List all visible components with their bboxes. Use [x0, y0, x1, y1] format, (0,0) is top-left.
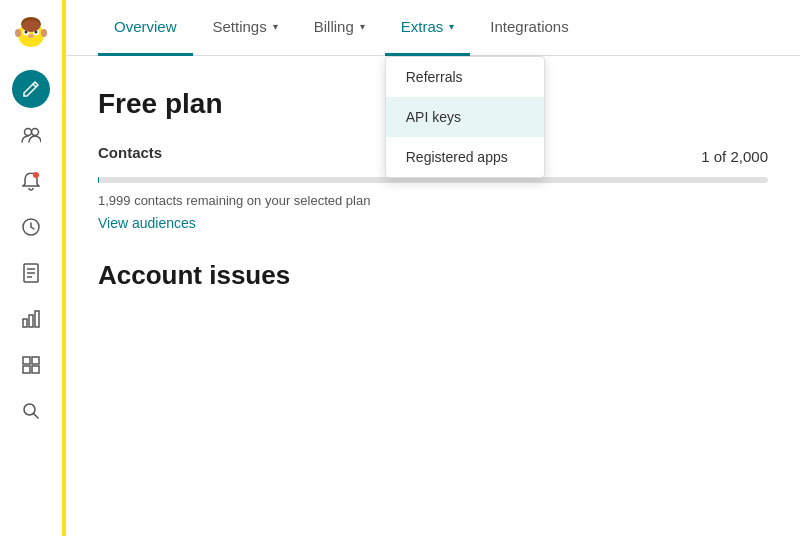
nav-item-extras[interactable]: Extras ▾ — [385, 0, 471, 56]
svg-point-10 — [22, 20, 40, 32]
notifications-icon — [22, 171, 40, 191]
svg-point-11 — [25, 129, 32, 136]
referrals-label: Referrals — [406, 69, 463, 85]
nav-settings-label: Settings — [213, 18, 267, 35]
svg-rect-24 — [23, 366, 30, 373]
sidebar-item-search[interactable] — [12, 392, 50, 430]
automations-icon — [21, 217, 41, 237]
billing-chevron-icon: ▾ — [360, 21, 365, 32]
main-area: Overview Settings ▾ Billing ▾ Extras ▾ R… — [66, 0, 800, 536]
remaining-text: 1,999 contacts remaining on your selecte… — [98, 193, 768, 208]
nav-billing-container: Billing ▾ — [298, 0, 381, 55]
dropdown-item-referrals[interactable]: Referrals — [386, 57, 544, 97]
extras-dropdown-menu: Referrals API keys Registered apps — [385, 56, 545, 178]
sidebar-item-reports[interactable] — [12, 300, 50, 338]
sidebar-item-edit[interactable] — [12, 70, 50, 108]
dropdown-item-registered-apps[interactable]: Registered apps — [386, 137, 544, 177]
sidebar-item-automations[interactable] — [12, 208, 50, 246]
svg-point-12 — [32, 129, 39, 136]
top-nav: Overview Settings ▾ Billing ▾ Extras ▾ R… — [66, 0, 800, 56]
svg-rect-19 — [23, 319, 27, 327]
contacts-label: Contacts — [98, 144, 162, 161]
extras-chevron-icon: ▾ — [449, 21, 454, 32]
nav-item-billing[interactable]: Billing ▾ — [298, 0, 381, 56]
grid-icon — [22, 356, 40, 374]
nav-item-overview[interactable]: Overview — [98, 0, 193, 56]
content-icon — [22, 263, 40, 283]
dropdown-item-api-keys[interactable]: API keys — [386, 97, 544, 137]
svg-point-7 — [15, 29, 21, 37]
nav-extras-container: Extras ▾ Referrals API keys Registered a… — [385, 0, 471, 55]
logo-container[interactable] — [10, 12, 52, 54]
account-issues-title: Account issues — [98, 260, 768, 291]
reports-icon — [21, 309, 41, 329]
svg-rect-23 — [32, 357, 39, 364]
search-icon — [22, 402, 40, 420]
svg-point-6 — [28, 34, 34, 38]
sidebar-item-notifications[interactable] — [12, 162, 50, 200]
api-keys-label: API keys — [406, 109, 461, 125]
nav-integrations-label: Integrations — [490, 18, 568, 35]
svg-rect-21 — [35, 311, 39, 327]
audience-icon — [21, 126, 41, 144]
nav-extras-label: Extras — [401, 18, 444, 35]
mailchimp-logo-icon — [11, 13, 51, 53]
svg-rect-22 — [23, 357, 30, 364]
registered-apps-label: Registered apps — [406, 149, 508, 165]
view-audiences-link[interactable]: View audiences — [98, 215, 196, 231]
svg-line-27 — [34, 414, 39, 419]
sidebar-item-grid[interactable] — [12, 346, 50, 384]
sidebar — [0, 0, 66, 536]
sidebar-item-audience[interactable] — [12, 116, 50, 154]
svg-point-8 — [41, 29, 47, 37]
nav-item-settings[interactable]: Settings ▾ — [197, 0, 294, 56]
settings-chevron-icon: ▾ — [273, 21, 278, 32]
nav-overview-label: Overview — [114, 18, 177, 35]
nav-settings-container: Settings ▾ — [197, 0, 294, 55]
nav-item-integrations[interactable]: Integrations — [474, 0, 584, 56]
svg-rect-20 — [29, 315, 33, 327]
svg-point-13 — [33, 172, 39, 178]
sidebar-item-content[interactable] — [12, 254, 50, 292]
contacts-count: 1 of 2,000 — [701, 148, 768, 165]
nav-billing-label: Billing — [314, 18, 354, 35]
svg-rect-25 — [32, 366, 39, 373]
edit-icon — [22, 80, 40, 98]
